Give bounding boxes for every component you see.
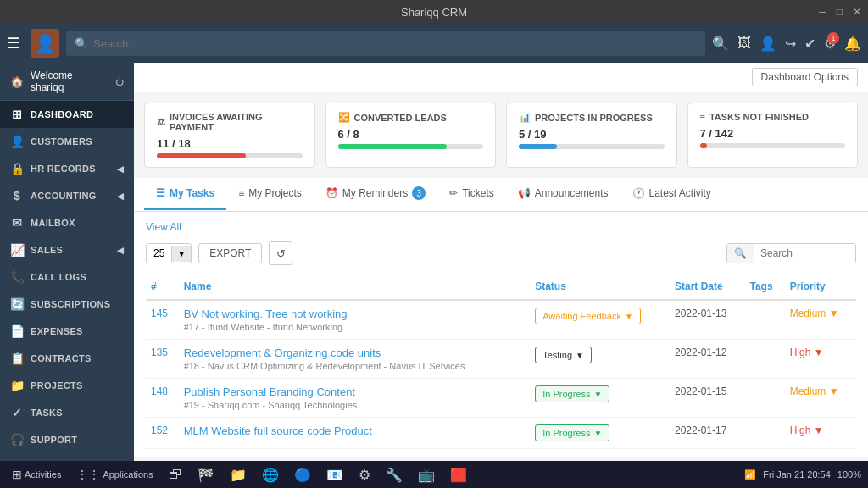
sidebar-icon-6: 📞	[10, 270, 24, 284]
kpi-title-3: ≡ TASKS NOT FINISHED	[700, 112, 846, 122]
task-tags-0	[744, 300, 784, 340]
kpi-card-3: ≡ TASKS NOT FINISHED 7 / 142	[687, 103, 859, 168]
sidebar-item-contracts[interactable]: 📋 CONTRACTS	[0, 345, 134, 372]
status-arrow-2: ▼	[593, 390, 602, 399]
tab-my-reminders[interactable]: ⏰ My Reminders 3	[314, 178, 437, 211]
avatar[interactable]: 👤	[31, 29, 59, 58]
export-button[interactable]: EXPORT	[198, 243, 262, 263]
sidebar-item-dashboard[interactable]: ⊞ DASHBOARD	[0, 101, 134, 128]
user-nav-icon[interactable]: 👤	[760, 36, 776, 52]
activities-label: Activities	[25, 469, 61, 480]
dashboard-options-button[interactable]: Dashboard Options	[752, 68, 858, 86]
task-icon[interactable]: ✔	[804, 36, 815, 52]
task-start-date-1: 2022-01-12	[670, 340, 745, 379]
sidebar-item-tasks[interactable]: ✓ TASKS	[0, 399, 134, 426]
hamburger-icon[interactable]: ☰	[7, 34, 20, 53]
kpi-card-2: 📊 PROJECTS IN PROGRESS 5 / 19	[506, 103, 677, 168]
kpi-bar-0	[157, 153, 246, 158]
applications-icon: ⋮⋮	[76, 468, 100, 481]
tab-my-projects[interactable]: ≡ My Projects	[226, 179, 314, 210]
tab-label-1: My Projects	[248, 187, 302, 199]
refresh-button[interactable]: ↺	[269, 241, 292, 265]
taskbar-clock: 📶 Fri Jan 21 20:54 100%	[744, 469, 861, 480]
kpi-value-1: 6 / 8	[338, 128, 484, 141]
taskbar-app-8[interactable]: 🔧	[381, 467, 408, 483]
image-icon[interactable]: 🖼	[737, 36, 751, 51]
view-all-link[interactable]: View All	[146, 221, 181, 233]
sidebar-item-customers[interactable]: 👤 CUSTOMERS	[0, 128, 134, 155]
search-bar[interactable]: 🔍	[66, 30, 705, 56]
per-page-select[interactable]: 25 ▼	[146, 243, 192, 263]
settings-icon[interactable]: ⚙1	[824, 36, 836, 52]
tab-label-4: Announcements	[535, 187, 609, 199]
taskbar-app-3[interactable]: 📁	[225, 467, 252, 483]
task-priority-3[interactable]: High ▼	[785, 418, 856, 449]
task-priority-1[interactable]: High ▼	[785, 340, 856, 379]
priority-arrow-1: ▼	[814, 347, 824, 358]
task-status-0[interactable]: Awaiting Feedback ▼	[535, 308, 641, 324]
sidebar-item-mailbox[interactable]: ✉ MAILBOX	[0, 209, 134, 236]
tab-label-2: My Reminders	[342, 187, 408, 199]
task-name-1[interactable]: Redevelopment & Organizing code units	[184, 347, 526, 359]
taskbar-app-10[interactable]: 🟥	[445, 467, 472, 483]
taskbar-app-1[interactable]: 🗗	[164, 467, 187, 482]
task-num-2[interactable]: 148	[151, 385, 168, 397]
task-start-date-2: 2022-01-15	[670, 379, 745, 418]
task-sub-1: #18 - Navus CRM Optimizing & Redevelopme…	[184, 361, 526, 371]
sidebar-item-hr-records[interactable]: 🔒 HR RECORDS ◀	[0, 155, 134, 182]
sidebar-icon-8: 📄	[10, 324, 24, 338]
task-num-0[interactable]: 145	[151, 308, 168, 319]
minimize-button[interactable]: ─	[819, 6, 826, 18]
sidebar-item-call-logs[interactable]: 📞 CALL LOGS	[0, 263, 134, 291]
main-content: Dashboard Options ⚖ INVOICES AWAITING PA…	[134, 63, 868, 461]
task-num-3[interactable]: 152	[151, 424, 168, 436]
sidebar-item-leads[interactable]: 👥 LEADS	[0, 453, 134, 461]
tab-my-tasks[interactable]: ☰ My Tasks	[144, 179, 226, 210]
search-nav-icon[interactable]: 🔍	[712, 36, 729, 52]
table-search[interactable]: 🔍	[726, 243, 856, 263]
task-priority-2[interactable]: Medium ▼	[785, 379, 856, 418]
dashboard-options-bar: Dashboard Options	[134, 63, 868, 92]
taskbar-applications[interactable]: ⋮⋮ Applications	[71, 468, 158, 481]
tab-tickets[interactable]: ✏ Tickets	[437, 179, 506, 210]
taskbar-app-4[interactable]: 🌐	[257, 467, 284, 483]
sidebar-item-projects[interactable]: 📁 PROJECTS	[0, 372, 134, 399]
table-header-tags: Tags	[744, 274, 784, 300]
task-status-2[interactable]: In Progress ▼	[535, 385, 609, 402]
sidebar-item-support[interactable]: 🎧 SUPPORT	[0, 426, 134, 453]
task-name-2[interactable]: Publish Personal Branding Content	[184, 385, 526, 398]
sidebar-user: 🏠 Welcome shariqq ⏻	[0, 63, 134, 101]
sidebar-username: Welcome shariqq	[31, 69, 108, 93]
taskbar-app-2[interactable]: 🏁	[192, 467, 220, 483]
priority-arrow-2: ▼	[829, 385, 839, 397]
share-icon[interactable]: ↪	[785, 36, 796, 52]
kpi-bar-3	[700, 143, 708, 148]
task-status-3[interactable]: In Progress ▼	[535, 424, 609, 441]
task-name-0[interactable]: BV Not working. Tree not working	[184, 308, 526, 320]
sidebar-item-subscriptions[interactable]: 🔄 SUBSCRIPTIONS	[0, 291, 134, 318]
task-priority-0[interactable]: Medium ▼	[785, 300, 856, 340]
window-controls[interactable]: ─ □ ✕	[819, 6, 861, 18]
sidebar-item-accounting[interactable]: $ ACCOUNTING ◀	[0, 182, 134, 209]
task-status-1[interactable]: Testing ▼	[535, 347, 592, 363]
content-area: View All 25 ▼ EXPORT ↺ 🔍 #NameStatusStar…	[134, 212, 868, 458]
tab-latest-activity[interactable]: 🕐 Latest Activity	[620, 179, 723, 210]
per-page-arrow[interactable]: ▼	[171, 246, 191, 262]
table-search-input[interactable]	[754, 244, 855, 263]
taskbar-app-7[interactable]: ⚙	[353, 467, 376, 483]
sidebar-label-12: SUPPORT	[31, 435, 77, 445]
task-num-1[interactable]: 135	[151, 347, 168, 358]
sidebar-item-expenses[interactable]: 📄 EXPENSES	[0, 318, 134, 345]
taskbar-activities[interactable]: ⊞ Activities	[7, 468, 66, 481]
taskbar-app-9[interactable]: 📺	[413, 467, 440, 483]
bell-icon[interactable]: 🔔	[844, 36, 861, 52]
power-icon[interactable]: ⏻	[115, 77, 124, 86]
sidebar-item-sales[interactable]: 📈 SALES ◀	[0, 236, 134, 263]
close-button[interactable]: ✕	[853, 6, 861, 18]
tab-announcements[interactable]: 📢 Announcements	[506, 179, 620, 210]
taskbar-app-6[interactable]: 📧	[321, 467, 348, 483]
task-name-3[interactable]: MLM Website full source code Product	[184, 424, 526, 437]
search-input[interactable]	[93, 37, 697, 50]
maximize-button[interactable]: □	[837, 6, 843, 18]
taskbar-app-5[interactable]: 🔵	[289, 467, 316, 483]
